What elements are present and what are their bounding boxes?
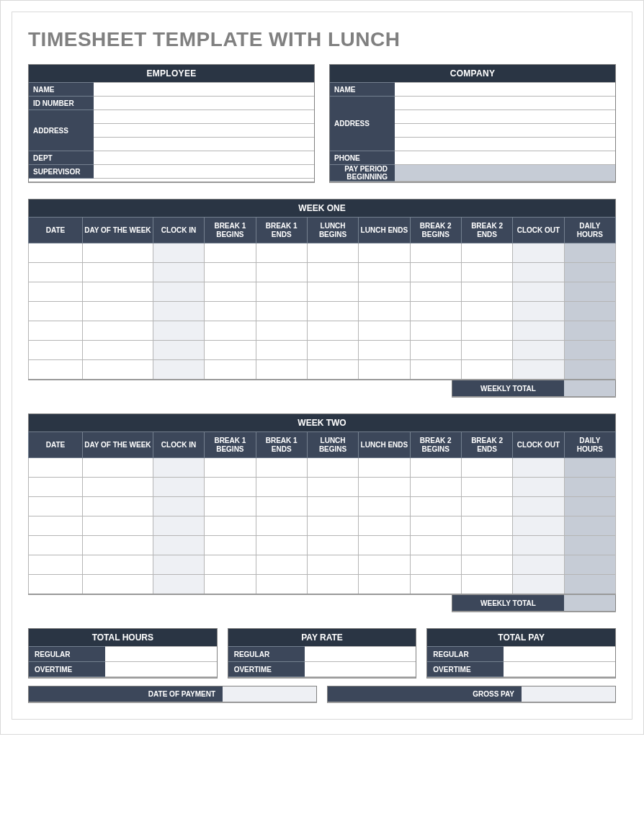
col-le: LUNCH ENDS (359, 218, 410, 243)
col-daily: DAILY HOURS (564, 432, 615, 458)
col-b1b: BREAK 1 BEGINS (205, 218, 256, 243)
gross-pay-box: GROSS PAY (327, 686, 616, 703)
gross-pay-input[interactable] (522, 686, 615, 702)
page-title: TIMESHEET TEMPLATE WITH LUNCH (28, 28, 616, 51)
col-dow: DAY OF THE WEEK (83, 432, 153, 458)
overtime-label: OVERTIME (228, 662, 305, 677)
table-row (29, 282, 616, 302)
col-b1e: BREAK 1 ENDS (256, 218, 307, 243)
company-box: COMPANY NAME ADDRESS PHONE PAY PERIOD BE… (329, 64, 616, 183)
table-row (29, 497, 616, 516)
weekly-total-label: WEEKLY TOTAL (452, 380, 565, 397)
emp-dept-label: DEPT (29, 151, 94, 165)
col-le: LUNCH ENDS (359, 432, 410, 458)
table-row (29, 341, 616, 360)
table-row (29, 478, 616, 497)
col-b2b: BREAK 2 BEGINS (410, 432, 461, 458)
emp-sup-label: SUPERVISOR (29, 165, 94, 179)
col-dow: DAY OF THE WEEK (83, 218, 153, 243)
table-row (29, 575, 616, 595)
company-header: COMPANY (330, 65, 615, 82)
co-name-label: NAME (330, 83, 395, 97)
col-clock-in: CLOCK IN (153, 218, 204, 243)
weekly-total-value[interactable] (564, 595, 616, 612)
pay-period-label: PAY PERIOD BEGINNING (330, 165, 395, 182)
table-row (29, 516, 616, 536)
emp-id-label: ID NUMBER (29, 97, 94, 110)
date-of-payment-box: DATE OF PAYMENT (28, 686, 317, 703)
co-addr2-input[interactable] (395, 110, 615, 124)
emp-addr1-input[interactable] (94, 110, 314, 124)
table-row (29, 555, 616, 575)
company-table: NAME ADDRESS PHONE PAY PERIOD BEGINNING (330, 82, 615, 182)
employee-table: NAME ID NUMBER ADDRESS DEPT SUPERVISOR (29, 82, 314, 179)
week-one-header: WEEK ONE (28, 199, 616, 217)
emp-addr-label: ADDRESS (29, 110, 94, 151)
emp-addr2-input[interactable] (94, 124, 314, 138)
col-lb: LUNCH BEGINS (307, 218, 358, 243)
regular-label: REGULAR (228, 647, 305, 662)
date-of-payment-input[interactable] (223, 686, 316, 702)
emp-addr3-input[interactable] (94, 138, 314, 151)
col-date: DATE (29, 432, 83, 458)
rate-overtime-input[interactable] (305, 662, 416, 677)
emp-dept-input[interactable] (94, 151, 314, 165)
co-addr1-input[interactable] (395, 97, 615, 110)
week-one-section: WEEK ONE DATE DAY OF THE WEEK CLOCK IN B… (28, 199, 616, 398)
col-b2b: BREAK 2 BEGINS (410, 218, 461, 243)
co-addr-label: ADDRESS (330, 97, 395, 151)
co-addr4-input[interactable] (395, 138, 615, 151)
table-row (29, 321, 616, 341)
pay-period-input[interactable] (395, 165, 615, 182)
pay-rate-box: PAY RATE REGULAR OVERTIME (228, 628, 417, 679)
col-clock-out: CLOCK OUT (513, 432, 564, 458)
week-one-rows (29, 243, 616, 380)
col-b1e: BREAK 1 ENDS (256, 432, 307, 458)
co-phone-input[interactable] (395, 151, 615, 165)
regular-label: REGULAR (427, 647, 504, 662)
co-addr3-input[interactable] (395, 124, 615, 138)
footer-row: DATE OF PAYMENT GROSS PAY (28, 686, 616, 703)
table-row (29, 302, 616, 321)
total-pay-header: TOTAL PAY (427, 629, 615, 646)
table-row (29, 263, 616, 282)
weekly-total-label: WEEKLY TOTAL (452, 595, 565, 612)
col-date: DATE (29, 218, 83, 243)
hours-overtime-input[interactable] (105, 662, 217, 677)
co-name-input[interactable] (395, 83, 615, 97)
col-daily: DAILY HOURS (564, 218, 615, 243)
table-row (29, 536, 616, 555)
table-row (29, 360, 616, 380)
week-two-total: WEEKLY TOTAL (452, 595, 616, 612)
pay-overtime-input[interactable] (504, 662, 615, 677)
week-one-grid: DATE DAY OF THE WEEK CLOCK IN BREAK 1 BE… (28, 217, 616, 380)
regular-label: REGULAR (29, 647, 105, 662)
week-two-rows (29, 458, 616, 595)
pay-regular-input[interactable] (504, 647, 615, 662)
total-hours-box: TOTAL HOURS REGULAR OVERTIME (28, 628, 218, 679)
rate-regular-input[interactable] (305, 647, 416, 662)
co-phone-label: PHONE (330, 151, 395, 165)
week-two-section: WEEK TWO DATE DAY OF THE WEEK CLOCK IN B… (28, 413, 616, 612)
pay-rate-header: PAY RATE (228, 629, 416, 646)
table-row (29, 243, 616, 263)
overtime-label: OVERTIME (427, 662, 504, 677)
weekly-total-value[interactable] (564, 380, 616, 397)
emp-sup-input[interactable] (94, 165, 314, 179)
total-hours-header: TOTAL HOURS (29, 629, 217, 646)
week-two-header: WEEK TWO (28, 413, 616, 431)
week-two-grid: DATE DAY OF THE WEEK CLOCK IN BREAK 1 BE… (28, 431, 616, 595)
overtime-label: OVERTIME (29, 662, 105, 677)
week-one-total: WEEKLY TOTAL (452, 380, 616, 398)
col-b2e: BREAK 2 ENDS (461, 218, 512, 243)
employee-box: EMPLOYEE NAME ID NUMBER ADDRESS DEPT SUP… (28, 64, 315, 183)
employee-header: EMPLOYEE (29, 65, 314, 82)
col-b1b: BREAK 1 BEGINS (205, 432, 256, 458)
emp-id-input[interactable] (94, 97, 314, 110)
totals-row: TOTAL HOURS REGULAR OVERTIME PAY RATE RE… (28, 628, 616, 679)
col-clock-out: CLOCK OUT (513, 218, 564, 243)
gross-pay-label: GROSS PAY (328, 686, 522, 702)
table-row (29, 458, 616, 478)
hours-regular-input[interactable] (105, 647, 217, 662)
emp-name-input[interactable] (94, 83, 314, 97)
